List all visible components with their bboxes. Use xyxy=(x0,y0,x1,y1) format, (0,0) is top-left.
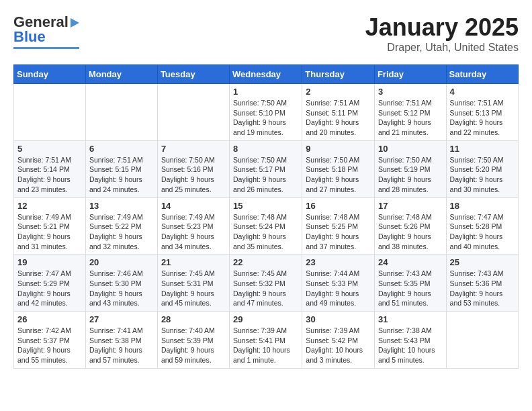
day-detail: Sunrise: 7:46 AM Sunset: 5:30 PM Dayligh… xyxy=(89,269,154,308)
day-detail: Sunrise: 7:45 AM Sunset: 5:31 PM Dayligh… xyxy=(161,269,226,308)
day-detail: Sunrise: 7:51 AM Sunset: 5:11 PM Dayligh… xyxy=(306,98,371,138)
calendar-cell: 10Sunrise: 7:50 AM Sunset: 5:19 PM Dayli… xyxy=(374,140,446,197)
day-detail: Sunrise: 7:47 AM Sunset: 5:29 PM Dayligh… xyxy=(17,269,82,308)
day-number: 1 xyxy=(233,87,298,97)
day-number: 4 xyxy=(450,87,515,97)
calendar-cell: 18Sunrise: 7:47 AM Sunset: 5:28 PM Dayli… xyxy=(446,197,518,255)
col-header-monday: Monday xyxy=(85,65,157,84)
day-number: 13 xyxy=(89,201,154,211)
day-number: 20 xyxy=(89,257,154,267)
calendar-cell: 20Sunrise: 7:46 AM Sunset: 5:30 PM Dayli… xyxy=(85,255,157,312)
day-number: 8 xyxy=(233,144,298,154)
title-block: January 2025 Draper, Utah, United States xyxy=(365,13,519,54)
calendar-cell: 6Sunrise: 7:51 AM Sunset: 5:15 PM Daylig… xyxy=(85,140,157,197)
day-detail: Sunrise: 7:38 AM Sunset: 5:43 PM Dayligh… xyxy=(378,326,443,365)
day-number: 3 xyxy=(378,87,443,97)
day-detail: Sunrise: 7:43 AM Sunset: 5:36 PM Dayligh… xyxy=(450,269,515,308)
day-detail: Sunrise: 7:50 AM Sunset: 5:18 PM Dayligh… xyxy=(306,155,371,195)
day-detail: Sunrise: 7:50 AM Sunset: 5:20 PM Dayligh… xyxy=(450,155,515,195)
calendar-cell: 25Sunrise: 7:43 AM Sunset: 5:36 PM Dayli… xyxy=(446,255,518,312)
calendar-cell: 12Sunrise: 7:49 AM Sunset: 5:21 PM Dayli… xyxy=(14,197,86,255)
calendar-cell: 19Sunrise: 7:47 AM Sunset: 5:29 PM Dayli… xyxy=(14,255,86,312)
day-number: 6 xyxy=(89,144,154,154)
day-detail: Sunrise: 7:51 AM Sunset: 5:12 PM Dayligh… xyxy=(378,98,443,138)
calendar-cell: 3Sunrise: 7:51 AM Sunset: 5:12 PM Daylig… xyxy=(374,84,446,141)
calendar-cell xyxy=(14,84,86,141)
day-detail: Sunrise: 7:49 AM Sunset: 5:21 PM Dayligh… xyxy=(17,212,82,252)
calendar-cell: 24Sunrise: 7:43 AM Sunset: 5:35 PM Dayli… xyxy=(374,255,446,312)
day-number: 14 xyxy=(161,201,226,211)
calendar-cell: 30Sunrise: 7:39 AM Sunset: 5:42 PM Dayli… xyxy=(302,312,375,369)
day-number: 24 xyxy=(378,257,443,267)
calendar-week-row: 19Sunrise: 7:47 AM Sunset: 5:29 PM Dayli… xyxy=(14,255,519,312)
calendar-cell: 27Sunrise: 7:41 AM Sunset: 5:38 PM Dayli… xyxy=(85,312,157,369)
day-number: 25 xyxy=(450,257,515,267)
calendar-cell: 14Sunrise: 7:49 AM Sunset: 5:23 PM Dayli… xyxy=(157,197,229,255)
day-number: 11 xyxy=(450,144,515,154)
day-number: 27 xyxy=(89,314,154,324)
day-detail: Sunrise: 7:48 AM Sunset: 5:24 PM Dayligh… xyxy=(233,212,298,252)
day-detail: Sunrise: 7:49 AM Sunset: 5:22 PM Dayligh… xyxy=(89,212,154,252)
col-header-friday: Friday xyxy=(374,65,446,84)
day-detail: Sunrise: 7:49 AM Sunset: 5:23 PM Dayligh… xyxy=(161,212,226,252)
calendar-cell: 28Sunrise: 7:40 AM Sunset: 5:39 PM Dayli… xyxy=(157,312,229,369)
calendar-header-row: SundayMondayTuesdayWednesdayThursdayFrid… xyxy=(14,65,519,84)
day-detail: Sunrise: 7:45 AM Sunset: 5:32 PM Dayligh… xyxy=(233,269,298,308)
day-number: 30 xyxy=(306,314,371,324)
calendar-cell: 8Sunrise: 7:50 AM Sunset: 5:17 PM Daylig… xyxy=(230,140,302,197)
day-detail: Sunrise: 7:43 AM Sunset: 5:35 PM Dayligh… xyxy=(378,269,443,308)
calendar-cell: 23Sunrise: 7:44 AM Sunset: 5:33 PM Dayli… xyxy=(302,255,375,312)
calendar-cell: 31Sunrise: 7:38 AM Sunset: 5:43 PM Dayli… xyxy=(374,312,446,369)
day-detail: Sunrise: 7:50 AM Sunset: 5:19 PM Dayligh… xyxy=(378,155,443,195)
calendar-week-row: 26Sunrise: 7:42 AM Sunset: 5:37 PM Dayli… xyxy=(14,312,519,369)
calendar-week-row: 5Sunrise: 7:51 AM Sunset: 5:14 PM Daylig… xyxy=(14,140,519,197)
col-header-saturday: Saturday xyxy=(446,65,518,84)
calendar-cell: 21Sunrise: 7:45 AM Sunset: 5:31 PM Dayli… xyxy=(157,255,229,312)
calendar-cell xyxy=(157,84,229,141)
day-detail: Sunrise: 7:51 AM Sunset: 5:14 PM Dayligh… xyxy=(17,155,82,195)
day-number: 21 xyxy=(161,257,226,267)
calendar-cell: 17Sunrise: 7:48 AM Sunset: 5:26 PM Dayli… xyxy=(374,197,446,255)
logo-underline xyxy=(13,47,79,49)
logo: General Blue xyxy=(13,13,79,49)
day-number: 29 xyxy=(233,314,298,324)
day-number: 5 xyxy=(17,144,82,154)
day-detail: Sunrise: 7:50 AM Sunset: 5:10 PM Dayligh… xyxy=(233,98,298,138)
day-detail: Sunrise: 7:50 AM Sunset: 5:17 PM Dayligh… xyxy=(233,155,298,195)
day-number: 18 xyxy=(450,201,515,211)
location-title: Draper, Utah, United States xyxy=(365,42,519,54)
day-detail: Sunrise: 7:44 AM Sunset: 5:33 PM Dayligh… xyxy=(306,269,371,308)
calendar-cell: 1Sunrise: 7:50 AM Sunset: 5:10 PM Daylig… xyxy=(230,84,302,141)
calendar-cell: 26Sunrise: 7:42 AM Sunset: 5:37 PM Dayli… xyxy=(14,312,86,369)
day-detail: Sunrise: 7:51 AM Sunset: 5:15 PM Dayligh… xyxy=(89,155,154,195)
logo-arrow-icon xyxy=(71,18,79,28)
calendar-cell: 7Sunrise: 7:50 AM Sunset: 5:16 PM Daylig… xyxy=(157,140,229,197)
day-number: 10 xyxy=(378,144,443,154)
month-title: January 2025 xyxy=(365,13,519,42)
calendar-cell: 13Sunrise: 7:49 AM Sunset: 5:22 PM Dayli… xyxy=(85,197,157,255)
col-header-tuesday: Tuesday xyxy=(157,65,229,84)
col-header-thursday: Thursday xyxy=(302,65,375,84)
day-number: 19 xyxy=(17,257,82,267)
calendar-cell: 5Sunrise: 7:51 AM Sunset: 5:14 PM Daylig… xyxy=(14,140,86,197)
day-number: 2 xyxy=(306,87,371,97)
day-detail: Sunrise: 7:48 AM Sunset: 5:25 PM Dayligh… xyxy=(306,212,371,252)
calendar-table: SundayMondayTuesdayWednesdayThursdayFrid… xyxy=(13,64,519,369)
col-header-wednesday: Wednesday xyxy=(230,65,302,84)
day-number: 22 xyxy=(233,257,298,267)
day-number: 23 xyxy=(306,257,371,267)
day-number: 17 xyxy=(378,201,443,211)
day-detail: Sunrise: 7:42 AM Sunset: 5:37 PM Dayligh… xyxy=(17,326,82,365)
calendar-cell: 29Sunrise: 7:39 AM Sunset: 5:41 PM Dayli… xyxy=(230,312,302,369)
day-detail: Sunrise: 7:47 AM Sunset: 5:28 PM Dayligh… xyxy=(450,212,515,252)
calendar-week-row: 12Sunrise: 7:49 AM Sunset: 5:21 PM Dayli… xyxy=(14,197,519,255)
day-number: 16 xyxy=(306,201,371,211)
day-number: 31 xyxy=(378,314,443,324)
calendar-cell: 4Sunrise: 7:51 AM Sunset: 5:13 PM Daylig… xyxy=(446,84,518,141)
calendar-cell: 11Sunrise: 7:50 AM Sunset: 5:20 PM Dayli… xyxy=(446,140,518,197)
calendar-week-row: 1Sunrise: 7:50 AM Sunset: 5:10 PM Daylig… xyxy=(14,84,519,141)
day-detail: Sunrise: 7:40 AM Sunset: 5:39 PM Dayligh… xyxy=(161,326,226,365)
calendar-cell xyxy=(446,312,518,369)
col-header-sunday: Sunday xyxy=(14,65,86,84)
day-detail: Sunrise: 7:39 AM Sunset: 5:42 PM Dayligh… xyxy=(306,326,371,365)
